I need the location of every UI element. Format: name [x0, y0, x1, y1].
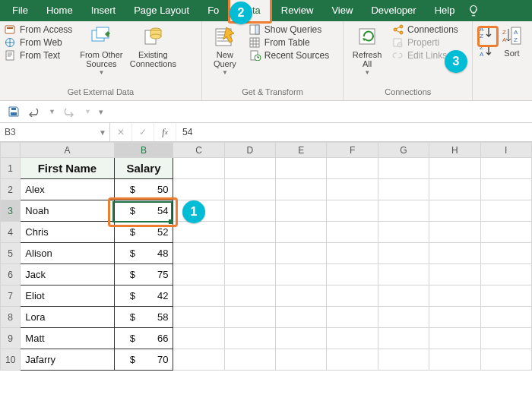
col-header[interactable]: G: [378, 143, 429, 158]
cell[interactable]: $ 66: [114, 328, 173, 349]
col-header[interactable]: D: [224, 143, 275, 158]
cell[interactable]: $ 48: [114, 243, 173, 264]
menu-view[interactable]: View: [322, 0, 362, 21]
table-row[interactable]: 9 Matt $ 66: [1, 328, 532, 349]
refresh-all-button[interactable]: Refresh All ▼: [348, 24, 386, 77]
col-header[interactable]: I: [480, 143, 531, 158]
col-header[interactable]: H: [429, 143, 480, 158]
connections-label: Connections: [407, 24, 458, 35]
cell[interactable]: $ 42: [114, 286, 173, 307]
col-header[interactable]: F: [327, 143, 378, 158]
table-row[interactable]: 4 Chris $ 52: [1, 222, 532, 243]
chevron-down-icon[interactable]: ▼: [84, 108, 91, 115]
sort-asc-button[interactable]: AZ: [477, 24, 496, 41]
worksheet-grid[interactable]: A B C D E F G H I 1 First Name Salary 2 …: [0, 142, 532, 371]
row-header[interactable]: 8: [1, 307, 21, 328]
from-table-button[interactable]: From Table: [249, 37, 329, 48]
from-web-button[interactable]: From Web: [5, 37, 72, 48]
qat-customize-icon[interactable]: ▾: [99, 107, 103, 117]
col-header[interactable]: B: [114, 143, 173, 158]
sort-button[interactable]: AZZA Sort: [499, 24, 524, 58]
active-cell[interactable]: $ 54: [114, 200, 173, 222]
group-get-external-data: From Access From Web From Text From Othe…: [0, 21, 202, 100]
name-box[interactable]: B3 ▼: [0, 123, 110, 141]
save-icon[interactable]: [8, 106, 20, 118]
row-header[interactable]: 4: [1, 222, 21, 243]
dropdown-icon: ▼: [364, 70, 370, 77]
fx-icon[interactable]: fx: [154, 123, 176, 141]
new-query-button[interactable]: New Query ▼: [207, 24, 243, 77]
cell[interactable]: Noah: [21, 200, 114, 222]
cell[interactable]: $ 70: [114, 349, 173, 371]
chevron-down-icon[interactable]: ▼: [49, 108, 55, 115]
col-header[interactable]: E: [276, 143, 327, 158]
menu-page-layout[interactable]: Page Layout: [125, 0, 198, 21]
table-row[interactable]: 8 Lora $ 58: [1, 307, 532, 328]
select-all-corner[interactable]: [1, 143, 21, 158]
undo-icon[interactable]: [27, 106, 41, 117]
row-header[interactable]: 7: [1, 286, 21, 307]
group-label-get-transform: Get & Transform: [207, 86, 338, 99]
svg-point-21: [397, 43, 402, 47]
existing-connections-label: Existing Connections: [130, 50, 176, 68]
table-row[interactable]: 7 Eliot $ 42: [1, 286, 532, 307]
from-text-button[interactable]: From Text: [5, 50, 72, 61]
row-header[interactable]: 9: [1, 328, 21, 349]
menu-file[interactable]: File: [3, 0, 37, 21]
col-header[interactable]: A: [21, 143, 114, 158]
col-header[interactable]: C: [173, 143, 224, 158]
table-row[interactable]: 2 Alex $ 50: [1, 179, 532, 200]
table-row[interactable]: 6 Jack $ 75: [1, 264, 532, 286]
callout-1: 1: [182, 200, 205, 223]
tell-me-icon[interactable]: [467, 4, 480, 17]
cell[interactable]: Matt: [21, 328, 114, 349]
row-header[interactable]: 1: [1, 158, 21, 179]
table-row[interactable]: 1 First Name Salary: [1, 158, 532, 179]
cell[interactable]: $ 52: [114, 222, 173, 243]
group-sort-filter: AZ ZA AZZA Sort: [473, 21, 532, 100]
cell[interactable]: Lora: [21, 307, 114, 328]
table-row[interactable]: 10 Jafarry $ 70: [1, 349, 532, 371]
svg-rect-13: [250, 38, 259, 47]
menu-developer[interactable]: Developer: [362, 0, 425, 21]
cell[interactable]: $ 75: [114, 264, 173, 286]
table-row[interactable]: 5 Alison $ 48: [1, 243, 532, 264]
cell[interactable]: Eliot: [21, 286, 114, 307]
row-header[interactable]: 2: [1, 179, 21, 200]
cell[interactable]: $ 50: [114, 179, 173, 200]
column-headers[interactable]: A B C D E F G H I: [1, 143, 532, 158]
cell[interactable]: Alex: [21, 179, 114, 200]
from-web-label: From Web: [20, 37, 62, 48]
chevron-down-icon[interactable]: ▼: [99, 128, 106, 137]
header-cell[interactable]: Salary: [114, 158, 173, 179]
show-queries-button[interactable]: Show Queries: [249, 24, 329, 35]
redo-icon[interactable]: [63, 106, 77, 117]
menu-help[interactable]: Help: [426, 0, 464, 21]
menu-insert[interactable]: Insert: [82, 0, 125, 21]
table-row[interactable]: 3 Noah $ 54: [1, 200, 532, 222]
formula-bar[interactable]: 54: [176, 123, 532, 141]
cell[interactable]: $ 58: [114, 307, 173, 328]
row-header[interactable]: 10: [1, 349, 21, 371]
menu-home[interactable]: Home: [37, 0, 82, 21]
formula-bar-row: B3 ▼ ✕ ✓ fx 54: [0, 123, 532, 142]
row-header[interactable]: 3: [1, 200, 21, 222]
cell[interactable]: Jack: [21, 264, 114, 286]
from-access-button[interactable]: From Access: [5, 24, 72, 35]
cell[interactable]: Chris: [21, 222, 114, 243]
existing-connections-button[interactable]: Existing Connections: [130, 24, 176, 68]
menu-review[interactable]: Review: [272, 0, 323, 21]
fill-handle[interactable]: [169, 219, 173, 224]
cell[interactable]: Alison: [21, 243, 114, 264]
header-cell[interactable]: First Name: [21, 158, 114, 179]
sort-desc-button[interactable]: ZA: [477, 43, 496, 59]
cell[interactable]: Jafarry: [21, 349, 114, 371]
menu-formulas-truncated[interactable]: Fo: [198, 0, 228, 21]
dropdown-icon: ▼: [222, 70, 228, 77]
row-header[interactable]: 5: [1, 243, 21, 264]
connections-button[interactable]: Connections: [392, 24, 458, 35]
group-label-sort: [477, 86, 527, 99]
recent-sources-button[interactable]: Recent Sources: [249, 50, 329, 61]
from-other-sources-button[interactable]: From Other Sources ▼: [78, 24, 124, 77]
row-header[interactable]: 6: [1, 264, 21, 286]
